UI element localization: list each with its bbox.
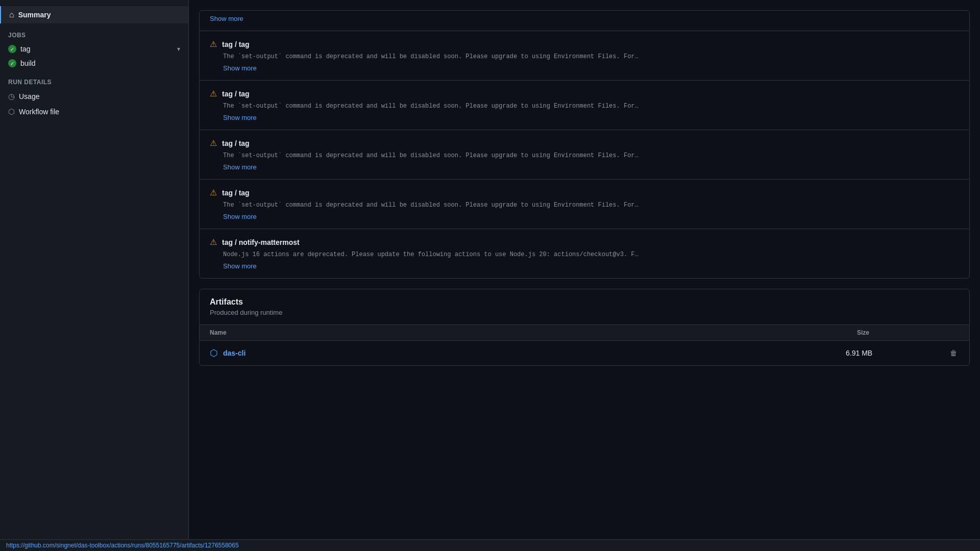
warning-item-top: Show more: [200, 11, 969, 31]
warnings-section: Show more ⚠ tag / tag The `set-output` c…: [199, 10, 970, 279]
warning-title-1: tag / tag: [222, 40, 250, 48]
sidebar-usage-label: Usage: [19, 92, 39, 101]
run-details-title: Run details: [0, 70, 188, 89]
artifacts-title: Artifacts: [210, 297, 959, 307]
warning-icon-5: ⚠: [210, 237, 217, 247]
warning-message-4: The `set-output` command is deprecated a…: [210, 201, 959, 210]
warning-icon-2: ⚠: [210, 89, 217, 98]
warning-icon-3: ⚠: [210, 138, 217, 148]
artifact-name-link[interactable]: das-cli: [223, 349, 246, 357]
show-more-link-1[interactable]: Show more: [210, 64, 959, 72]
sidebar-item-workflow-file[interactable]: ⬡ Workflow file: [0, 104, 188, 119]
warning-message-2: The `set-output` command is deprecated a…: [210, 102, 959, 111]
show-more-link-5[interactable]: Show more: [210, 262, 959, 270]
sidebar-job-tag[interactable]: ✓ tag ▾: [0, 42, 188, 56]
sidebar-summary-label: Summary: [18, 11, 51, 19]
warning-message-5: Node.js 16 actions are deprecated. Pleas…: [210, 250, 959, 259]
artifacts-col-size-header: Size: [857, 329, 959, 336]
sidebar-job-build-label: build: [20, 59, 36, 67]
warning-title-3: tag / tag: [222, 139, 250, 147]
package-icon: ⬡: [210, 347, 218, 359]
workflow-icon: ⬡: [8, 107, 15, 116]
clock-icon: ◷: [8, 92, 15, 101]
sidebar-workflow-label: Workflow file: [19, 108, 59, 116]
artifact-row-das-cli: ⬡ das-cli 6.91 MB 🗑: [200, 341, 969, 365]
sidebar-job-build[interactable]: ✓ build: [0, 56, 188, 70]
warning-icon-4: ⚠: [210, 188, 217, 197]
warning-message-3: The `set-output` command is deprecated a…: [210, 151, 959, 160]
warning-icon-1: ⚠: [210, 39, 217, 49]
sidebar: ⌂ Summary Jobs ✓ tag ▾ ✓ build Run detai…: [0, 0, 189, 551]
warning-item-3: ⚠ tag / tag The `set-output` command is …: [200, 130, 969, 180]
job-build-status-icon: ✓: [8, 59, 16, 67]
show-more-link-3[interactable]: Show more: [210, 163, 959, 171]
artifacts-col-name-header: Name: [210, 329, 857, 336]
warning-item-4: ⚠ tag / tag The `set-output` command is …: [200, 180, 969, 229]
job-tag-status-icon: ✓: [8, 45, 16, 53]
sidebar-item-usage[interactable]: ◷ Usage: [0, 89, 188, 104]
artifact-delete-button[interactable]: 🗑: [948, 347, 959, 359]
jobs-section-title: Jobs: [0, 26, 188, 42]
show-more-link-2[interactable]: Show more: [210, 114, 959, 121]
status-bar-url: https://github.com/singnet/das-toolbox/a…: [6, 542, 239, 549]
warning-title-2: tag / tag: [222, 90, 250, 98]
warning-title-4: tag / tag: [222, 189, 250, 197]
home-icon: ⌂: [9, 10, 14, 19]
artifacts-section: Artifacts Produced during runtime Name S…: [199, 289, 970, 366]
sidebar-job-tag-label: tag: [20, 45, 30, 53]
warning-item-2: ⚠ tag / tag The `set-output` command is …: [200, 81, 969, 130]
warning-item-1: ⚠ tag / tag The `set-output` command is …: [200, 31, 969, 81]
chevron-down-icon: ▾: [177, 45, 180, 53]
artifacts-table-header: Name Size: [200, 324, 969, 341]
status-bar: https://github.com/singnet/das-toolbox/a…: [0, 539, 980, 551]
show-more-link-4[interactable]: Show more: [210, 213, 959, 220]
sidebar-item-summary[interactable]: ⌂ Summary: [0, 6, 188, 23]
artifact-size: 6.91 MB: [846, 349, 948, 357]
main-content: Show more ⚠ tag / tag The `set-output` c…: [189, 0, 980, 551]
warning-title-5: tag / notify-mattermost: [222, 238, 300, 246]
show-more-top-link[interactable]: Show more: [210, 15, 959, 22]
warning-item-5: ⚠ tag / notify-mattermost Node.js 16 act…: [200, 229, 969, 278]
warning-message-1: The `set-output` command is deprecated a…: [210, 52, 959, 61]
artifacts-subtitle: Produced during runtime: [210, 309, 959, 316]
